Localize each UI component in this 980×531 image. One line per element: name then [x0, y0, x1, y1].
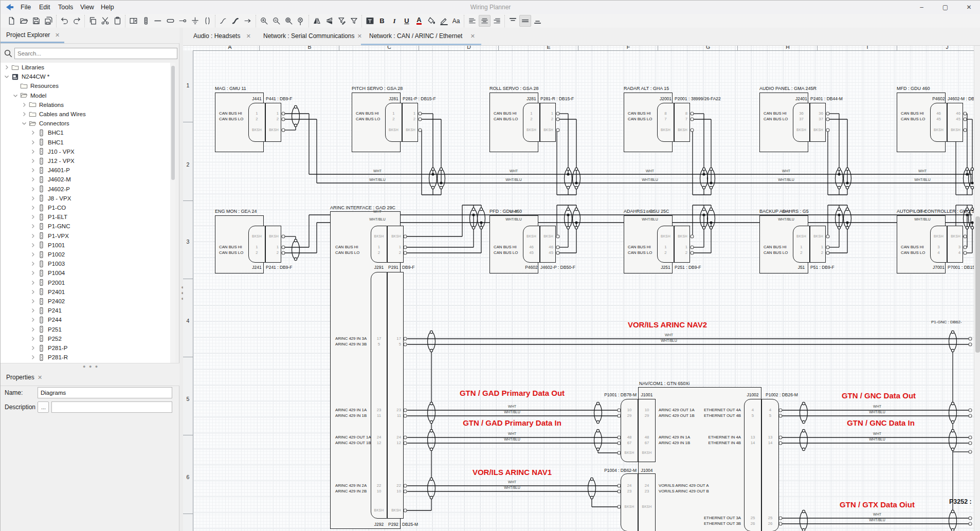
chevron-right-icon[interactable]: [30, 158, 36, 164]
fill-color-icon[interactable]: [426, 15, 438, 27]
chevron-right-icon[interactable]: [30, 242, 36, 248]
tree-item-p244[interactable]: P244: [1, 315, 170, 324]
tree-item-p251[interactable]: P251: [1, 325, 170, 334]
tree-item-p281-p[interactable]: P281-P: [1, 343, 170, 353]
tree-item-p1-elt[interactable]: P1-ELT: [1, 212, 170, 222]
tree-item-p281-r[interactable]: P281-R: [1, 353, 170, 362]
connector-shape[interactable]: [621, 473, 638, 531]
tree-item-j10-vpx[interactable]: J10 - VPX: [1, 147, 170, 156]
tree-item-model[interactable]: Model: [1, 91, 170, 100]
chevron-right-icon[interactable]: [30, 186, 36, 192]
chevron-right-icon[interactable]: [30, 345, 36, 351]
tree-item-p1001[interactable]: P1001: [1, 241, 170, 250]
net-label-gnc-in[interactable]: GTN / GNC Data In: [847, 418, 915, 427]
chevron-right-icon[interactable]: [30, 326, 36, 333]
chevron-right-icon[interactable]: [30, 261, 36, 267]
chevron-right-icon[interactable]: [30, 130, 36, 136]
close-icon[interactable]: ✕: [470, 33, 475, 40]
chevron-right-icon[interactable]: [4, 64, 10, 70]
tree-item-p1003[interactable]: P1003: [1, 259, 170, 268]
close-icon[interactable]: ✕: [38, 374, 42, 381]
tree-item-j4601-p[interactable]: J4601-P: [1, 166, 170, 175]
bold-icon[interactable]: B: [376, 15, 388, 27]
horizontal-splitter[interactable]: ● ● ●: [1, 363, 179, 371]
font-color-icon[interactable]: A: [413, 15, 425, 27]
connector-shape[interactable]: [657, 226, 674, 263]
connector-shape[interactable]: [540, 226, 556, 263]
insert-wire-icon[interactable]: [152, 15, 164, 27]
insert-plug-icon[interactable]: [177, 15, 189, 27]
label-p3252[interactable]: P3252 :: [949, 498, 972, 505]
close-icon[interactable]: ✕: [357, 33, 362, 40]
tree-item-p1-gnc[interactable]: P1-GNC: [1, 222, 170, 231]
connector-shape[interactable]: [385, 103, 402, 142]
connector-shape[interactable]: [387, 226, 404, 263]
font-icon[interactable]: Aa: [450, 15, 462, 27]
new-file-icon[interactable]: [6, 15, 17, 27]
doc-tab-1[interactable]: Audio : Headsets✕: [188, 28, 254, 45]
flip-vertical-icon[interactable]: [323, 15, 335, 27]
menu-tools[interactable]: Tools: [53, 1, 78, 14]
tree-item-relations[interactable]: Relations: [1, 100, 170, 109]
tree-item-p1002[interactable]: P1002: [1, 250, 170, 259]
filter-edit-icon[interactable]: [336, 15, 348, 27]
net-label-gnc-out[interactable]: GTN / GNC Data Out: [842, 391, 916, 400]
chevron-right-icon[interactable]: [30, 354, 36, 360]
chevron-right-icon[interactable]: [30, 298, 36, 304]
italic-icon[interactable]: I: [389, 15, 401, 27]
connector-shape[interactable]: [744, 399, 761, 531]
tree-item-resources[interactable]: Resources: [1, 81, 170, 90]
net-label-nav2[interactable]: VOR/ILS ARINC NAV2: [628, 320, 707, 329]
connector-shape[interactable]: [371, 272, 387, 519]
connector-shape[interactable]: [674, 103, 690, 142]
tree-item-p241[interactable]: P241: [1, 306, 170, 315]
close-icon[interactable]: ✕: [55, 32, 60, 39]
tree-item-p252[interactable]: P252: [1, 334, 170, 343]
connector-shape[interactable]: [371, 226, 387, 263]
doc-tab-3[interactable]: Network : CAN / ARINC / Ethernet✕: [364, 28, 478, 45]
tree-item-cables-and-wires[interactable]: Cables and Wires: [1, 109, 170, 119]
chevron-down-icon[interactable]: [21, 120, 27, 126]
tree-item-j4602-m[interactable]: J4602-M: [1, 175, 170, 184]
connector-shape[interactable]: [793, 226, 810, 263]
redo-icon[interactable]: [71, 15, 83, 27]
net-label-nav1[interactable]: VOR/ILS ARINC NAV1: [473, 468, 552, 477]
align-left-icon[interactable]: [466, 15, 478, 27]
chevron-right-icon[interactable]: [30, 307, 36, 314]
tree-item-p2402[interactable]: P2402: [1, 297, 170, 306]
chevron-right-icon[interactable]: [30, 149, 36, 155]
tree-item-p1004[interactable]: P1004: [1, 268, 170, 278]
chevron-right-icon[interactable]: [30, 251, 36, 258]
save-all-icon[interactable]: [43, 15, 55, 27]
zoom-fit-icon[interactable]: [295, 15, 307, 27]
name-field[interactable]: [38, 387, 172, 398]
chevron-right-icon[interactable]: [30, 167, 36, 173]
menu-file[interactable]: File: [16, 1, 35, 14]
insert-cable-icon[interactable]: [165, 15, 176, 27]
flip-horizontal-icon[interactable]: [311, 15, 323, 27]
connector-shape[interactable]: [523, 226, 540, 263]
tab-project-explorer[interactable]: Project Explorer: [6, 31, 50, 39]
maximize-button[interactable]: ▢: [934, 1, 957, 14]
search-input[interactable]: [14, 48, 177, 59]
route-curve-icon[interactable]: [217, 15, 229, 27]
net-label-gad-out[interactable]: GTN / GAD Primary Data Out: [460, 389, 565, 397]
valign-bottom-icon[interactable]: [532, 15, 543, 27]
chevron-right-icon[interactable]: [30, 233, 36, 239]
tree-item-bhc1[interactable]: BHC1: [1, 138, 170, 147]
connector-shape[interactable]: [810, 103, 826, 142]
connector-shape[interactable]: [657, 103, 674, 142]
connector-shape[interactable]: [248, 226, 265, 263]
label-p1-gnc[interactable]: P1-GNC : DB62-: [931, 320, 962, 324]
connector-shape[interactable]: [810, 226, 826, 263]
valign-middle-icon[interactable]: [519, 15, 531, 27]
chevron-right-icon[interactable]: [21, 102, 27, 108]
minimize-button[interactable]: –: [910, 1, 933, 14]
connector-shape[interactable]: [523, 103, 540, 142]
tree-item-p1-co[interactable]: P1-CO: [1, 203, 170, 212]
doc-tab-2[interactable]: Network : Serial Communications✕: [258, 28, 365, 45]
connector-shape[interactable]: [947, 103, 963, 142]
route-arrow-icon[interactable]: [242, 15, 254, 27]
vertical-splitter[interactable]: ●●●: [179, 28, 183, 531]
tree-item-j8-vpx[interactable]: J8 - VPX: [1, 194, 170, 203]
